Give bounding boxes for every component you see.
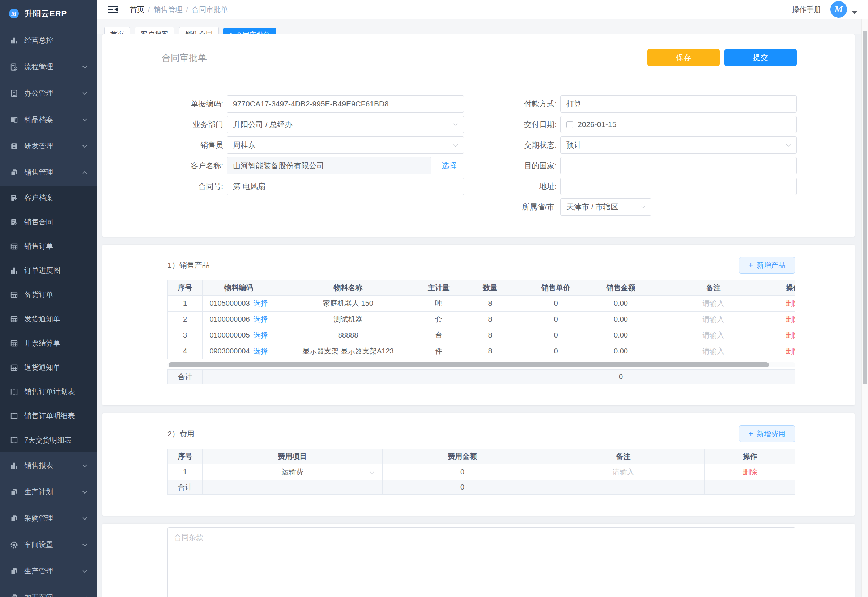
field-control[interactable]: 9770CA17-3497-4DB2-995E-B49E9CF61BD8 bbox=[227, 95, 464, 113]
material-name-cell: 88888 bbox=[275, 327, 421, 343]
top-navbar: 首页 / 销售管理 / 合同审批单 操作手册 M bbox=[96, 0, 868, 19]
select-material-link[interactable]: 选择 bbox=[253, 331, 268, 339]
remark-input[interactable]: 请输入 bbox=[654, 296, 773, 312]
field-control[interactable]: 周桂东 bbox=[227, 137, 464, 154]
sidebar-item-sales-order[interactable]: 销售订单 bbox=[0, 234, 96, 258]
sidebar-item-sales-mgmt[interactable]: 销售管理 bbox=[0, 159, 96, 186]
choose-customer-link[interactable]: 选择 bbox=[441, 160, 457, 171]
sidebar-item-stock-order[interactable]: 备货订单 bbox=[0, 282, 96, 307]
sidebar-item-order-progress[interactable]: 订单进度图 bbox=[0, 258, 96, 282]
quantity-cell[interactable]: 8 bbox=[456, 327, 524, 343]
sidebar-item-workshop-settings[interactable]: 车间设置 bbox=[0, 532, 96, 558]
pages-icon bbox=[10, 514, 18, 523]
unit-price-cell[interactable]: 0 bbox=[524, 327, 588, 343]
save-button[interactable]: 保存 bbox=[647, 49, 720, 66]
fee-amount-cell[interactable]: 0 bbox=[383, 464, 542, 480]
add-fee-button[interactable]: +新增费用 bbox=[739, 426, 795, 442]
products-column-header: 物料名称 bbox=[275, 281, 421, 296]
contract-form-card: 合同审批单 保存 提交 单据编码: bbox=[102, 34, 855, 237]
sidebar-item-process-mgmt[interactable]: 流程管理 bbox=[0, 53, 96, 80]
boxed-i-icon bbox=[10, 142, 18, 150]
contract-terms-textarea[interactable]: 合同条款 bbox=[167, 527, 795, 597]
select-material-link[interactable]: 选择 bbox=[253, 315, 268, 323]
remark-input[interactable]: 请输入 bbox=[542, 464, 705, 480]
vertical-scrollbar-thumb[interactable] bbox=[862, 31, 867, 384]
chevron-icon bbox=[83, 542, 87, 547]
field-label: 单据编码: bbox=[161, 99, 223, 109]
vertical-scrollbar-track[interactable] bbox=[862, 19, 868, 597]
sidebar-fold-icon[interactable] bbox=[108, 6, 117, 13]
field-control[interactable]: 天津市 / 市辖区 bbox=[560, 198, 651, 215]
tab-customer-files[interactable]: 客户档案 bbox=[135, 27, 174, 34]
page-title: 合同审批单 bbox=[161, 52, 207, 64]
remark-input[interactable]: 请输入 bbox=[654, 327, 773, 343]
field-control[interactable]: 2026-01-15 bbox=[560, 116, 797, 133]
sidebar-item-production-mgmt[interactable]: 生产管理 bbox=[0, 558, 96, 584]
sidebar-item-sales-order-detail[interactable]: 销售订单明细表 bbox=[0, 404, 96, 428]
sidebar-item-processing-workshop[interactable]: 加工车间 bbox=[0, 584, 96, 597]
field-control[interactable]: 第 电风扇 bbox=[227, 178, 464, 195]
bar-chart-icon bbox=[10, 462, 18, 470]
breadcrumb-home[interactable]: 首页 bbox=[130, 5, 144, 15]
caret-down-icon[interactable] bbox=[852, 11, 857, 14]
delete-row-link[interactable]: 删除 bbox=[786, 331, 795, 339]
field-control[interactable]: 山河智能装备股份有限公司 bbox=[227, 157, 431, 174]
select-material-link[interactable]: 选择 bbox=[253, 347, 268, 355]
breadcrumb-separator: / bbox=[148, 6, 150, 14]
sidebar-item-7day-delivery-detail[interactable]: 7天交货明细表 bbox=[0, 428, 96, 452]
fees-head: 2）费用 +新增费用 bbox=[167, 426, 795, 442]
select-material-link[interactable]: 选择 bbox=[253, 299, 268, 307]
fees-header-row: 序号费用项目费用金额备注操作 bbox=[168, 449, 795, 464]
material-name-cell: 测试机器 bbox=[275, 312, 421, 327]
avatar[interactable]: M bbox=[830, 1, 847, 18]
app-logo[interactable]: M 升阳云ERP bbox=[0, 0, 96, 27]
manual-link[interactable]: 操作手册 bbox=[792, 5, 821, 15]
sidebar-item-sales-contract[interactable]: 销售合同 bbox=[0, 210, 96, 234]
remark-input[interactable]: 请输入 bbox=[654, 312, 773, 327]
submit-button[interactable]: 提交 bbox=[724, 49, 797, 66]
chevron-icon bbox=[83, 171, 87, 175]
quantity-cell[interactable]: 8 bbox=[456, 343, 524, 359]
unit-price-cell[interactable]: 0 bbox=[524, 296, 588, 312]
delete-row-link[interactable]: 删除 bbox=[786, 299, 795, 307]
sidebar-item-shipping-notice[interactable]: 发货通知单 bbox=[0, 307, 96, 331]
field-value: 2026-01-15 bbox=[578, 120, 616, 129]
delete-row-link[interactable]: 删除 bbox=[743, 468, 757, 476]
horizontal-scrollbar-thumb[interactable] bbox=[169, 362, 769, 367]
sidebar-item-material-files[interactable]: 料品档案 bbox=[0, 106, 96, 133]
add-product-button[interactable]: +新增产品 bbox=[739, 257, 795, 273]
total-label: 合计 bbox=[168, 370, 203, 384]
quantity-cell[interactable]: 8 bbox=[456, 312, 524, 327]
sidebar-item-office-mgmt[interactable]: 办公管理 bbox=[0, 80, 96, 106]
field-control[interactable] bbox=[560, 178, 797, 195]
fee-item-select[interactable]: 运输费 bbox=[203, 464, 383, 480]
delete-row-link[interactable]: 删除 bbox=[786, 347, 795, 355]
horizontal-scrollbar-track[interactable] bbox=[167, 362, 795, 367]
sidebar-item-invoice-settlement[interactable]: 开票结算单 bbox=[0, 331, 96, 355]
delete-row-link[interactable]: 删除 bbox=[786, 315, 795, 323]
sidebar-item-return-notice[interactable]: 退货通知单 bbox=[0, 355, 96, 380]
sidebar-item-customer-files[interactable]: 客户档案 bbox=[0, 186, 96, 210]
tab-home[interactable]: 首页 bbox=[104, 27, 130, 34]
sidebar-item-rnd-mgmt[interactable]: 研发管理 bbox=[0, 133, 96, 159]
amount-cell: 0.00 bbox=[588, 343, 654, 359]
unit-price-cell[interactable]: 0 bbox=[524, 312, 588, 327]
remark-input[interactable]: 请输入 bbox=[654, 343, 773, 359]
tab-contract-approval[interactable]: 合同审批单 bbox=[223, 28, 276, 35]
sidebar-item-business-overview[interactable]: 经营总控 bbox=[0, 27, 96, 53]
field-control[interactable]: 打算 bbox=[560, 95, 797, 113]
field-control[interactable]: 升阳公司 / 总经办 bbox=[227, 116, 464, 133]
tab-label: 客户档案 bbox=[141, 30, 168, 34]
sidebar-item-production-plan[interactable]: 生产计划 bbox=[0, 479, 96, 505]
amount-cell: 0.00 bbox=[588, 327, 654, 343]
row-index: 2 bbox=[168, 312, 203, 327]
field-control[interactable]: 预计 bbox=[560, 137, 797, 154]
sidebar-item-sales-report[interactable]: 销售报表 bbox=[0, 452, 96, 479]
unit-price-cell[interactable]: 0 bbox=[524, 343, 588, 359]
sidebar-item-sales-order-plan[interactable]: 销售订单计划表 bbox=[0, 380, 96, 404]
field-control[interactable] bbox=[560, 157, 797, 174]
row-actions: 删除 bbox=[705, 464, 795, 480]
sidebar-item-purchase-mgmt[interactable]: 采购管理 bbox=[0, 505, 96, 532]
quantity-cell[interactable]: 8 bbox=[456, 296, 524, 312]
tab-sales-contract[interactable]: 销售合同 bbox=[179, 27, 219, 34]
